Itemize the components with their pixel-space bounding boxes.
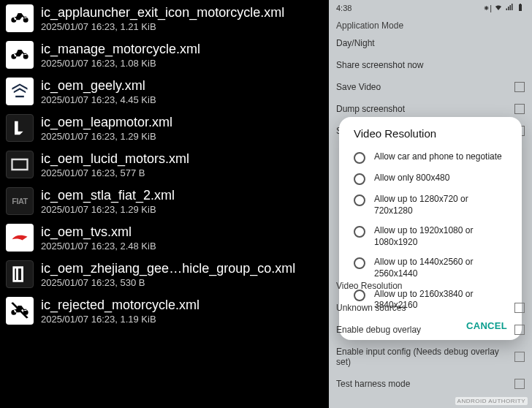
file-meta: 2025/01/07 16:23, 530 B: [41, 277, 295, 288]
radio-icon: [354, 194, 365, 206]
file-meta: 2025/01/07 16:23, 4.45 KiB: [41, 94, 156, 105]
radio-icon: [354, 173, 365, 185]
setting-row[interactable]: Test harness mode: [329, 373, 532, 395]
setting-label: Test harness mode: [336, 379, 410, 389]
file-info: ic_oem_lucid_motors.xml2025/01/07 16:23,…: [41, 151, 189, 178]
file-icon: [6, 151, 34, 178]
file-icon: [6, 41, 34, 69]
setting-label: Enable debug overlay: [336, 325, 421, 335]
file-info: ic_rejected_motorcycle.xml2025/01/07 16:…: [41, 298, 200, 325]
file-item[interactable]: ic_applauncher_exit_icon_motorcycle.xml2…: [0, 0, 329, 37]
file-item[interactable]: ic_manage_motorcycle.xml2025/01/07 16:23…: [0, 37, 329, 73]
dialog-title: Video Resolution: [346, 127, 514, 147]
file-icon: FIAT: [6, 187, 34, 215]
file-item[interactable]: ic_oem_geely.xml2025/01/07 16:23, 4.45 K…: [0, 73, 329, 110]
file-name: ic_rejected_motorcycle.xml: [41, 298, 200, 313]
radio-label: Allow up to 1920x1080 or 1080x1920: [374, 225, 507, 248]
radio-label: Allow up to 1280x720 or 720x1280: [374, 194, 507, 216]
file-info: ic_oem_stla_fiat_2.xml2025/01/07 16:23, …: [41, 188, 175, 215]
radio-label: Allow only 800x480: [374, 173, 449, 184]
file-meta: 2025/01/07 16:23, 1.19 KiB: [41, 314, 200, 325]
file-meta: 2025/01/07 16:23, 1.21 KiB: [41, 21, 284, 32]
file-name: ic_oem_leapmotor.xml: [41, 115, 172, 130]
setting-label: Unknown sources: [336, 303, 406, 313]
file-name: ic_oem_geely.xml: [41, 78, 156, 94]
radio-icon: [354, 152, 365, 164]
file-icon: [6, 297, 34, 325]
file-icon: [6, 78, 34, 105]
file-item[interactable]: ic_oem_leapmotor.xml2025/01/07 16:23, 1.…: [0, 110, 329, 146]
file-item[interactable]: FIATic_oem_stla_fiat_2.xml2025/01/07 16:…: [0, 183, 329, 219]
checkbox[interactable]: [514, 352, 525, 362]
file-info: ic_oem_leapmotor.xml2025/01/07 16:23, 1.…: [41, 115, 172, 142]
checkbox[interactable]: [514, 379, 525, 389]
file-info: ic_oem_tvs.xml2025/01/07 16:23, 2.48 KiB: [41, 224, 156, 252]
setting-row[interactable]: Video Resolution: [329, 275, 532, 297]
file-icon: [6, 4, 34, 32]
file-icon: [6, 260, 34, 288]
file-name: ic_oem_zhejiang_gee…hicle_group_co.xml: [41, 261, 295, 276]
file-meta: 2025/01/07 16:23, 1.08 KiB: [41, 58, 200, 69]
radio-label: Allow car and phone to negotiate: [374, 151, 502, 163]
setting-row[interactable]: Enable input config (Needs debug overlay…: [329, 341, 532, 373]
setting-row[interactable]: Unknown sources: [329, 297, 532, 319]
file-item[interactable]: ic_oem_tvs.xml2025/01/07 16:23, 2.48 KiB: [0, 219, 329, 256]
file-item[interactable]: ic_oem_zhejiang_gee…hicle_group_co.xml20…: [0, 256, 329, 292]
file-info: ic_oem_zhejiang_gee…hicle_group_co.xml20…: [41, 261, 295, 288]
file-meta: 2025/01/07 16:23, 2.48 KiB: [41, 241, 156, 252]
file-info: ic_manage_motorcycle.xml2025/01/07 16:23…: [41, 42, 200, 69]
file-meta: 2025/01/07 16:23, 577 B: [41, 167, 189, 178]
radio-icon: [354, 226, 365, 238]
file-name: ic_applauncher_exit_icon_motorcycle.xml: [41, 5, 284, 20]
file-item[interactable]: ic_oem_lucid_motors.xml2025/01/07 16:23,…: [0, 146, 329, 183]
file-name: ic_oem_stla_fiat_2.xml: [41, 188, 175, 203]
setting-label: Video Resolution: [336, 281, 403, 291]
file-icon: [6, 224, 34, 252]
file-name: ic_manage_motorcycle.xml: [41, 42, 200, 57]
file-meta: 2025/01/07 16:23, 1.29 KiB: [41, 131, 172, 142]
radio-option[interactable]: Allow car and phone to negotiate: [346, 147, 514, 168]
setting-row[interactable]: Enable debug overlay: [329, 319, 532, 341]
file-list: ic_applauncher_exit_icon_motorcycle.xml2…: [0, 0, 329, 408]
checkbox[interactable]: [514, 325, 525, 335]
file-info: ic_applauncher_exit_icon_motorcycle.xml2…: [41, 5, 284, 32]
radio-icon: [354, 257, 365, 269]
file-meta: 2025/01/07 16:23, 1.29 KiB: [41, 204, 175, 215]
setting-label: Enable input config (Needs debug overlay…: [336, 347, 514, 367]
file-icon: [6, 114, 34, 142]
phone-screenshot: 4:38 ⁕| Application Mode Day/NightShare …: [329, 0, 532, 408]
svg-rect-0: [15, 96, 24, 97]
file-item[interactable]: ic_rejected_motorcycle.xml2025/01/07 16:…: [0, 292, 329, 329]
radio-option[interactable]: Allow up to 1280x720 or 720x1280: [346, 189, 514, 221]
file-name: ic_oem_tvs.xml: [41, 224, 156, 240]
watermark: ANDROID AUTHORITY: [455, 397, 528, 405]
file-info: ic_oem_geely.xml2025/01/07 16:23, 4.45 K…: [41, 78, 156, 105]
radio-option[interactable]: Allow up to 1920x1080 or 1080x1920: [346, 221, 514, 252]
checkbox[interactable]: [514, 303, 525, 313]
radio-option[interactable]: Allow only 800x480: [346, 168, 514, 189]
file-name: ic_oem_lucid_motors.xml: [41, 151, 189, 167]
